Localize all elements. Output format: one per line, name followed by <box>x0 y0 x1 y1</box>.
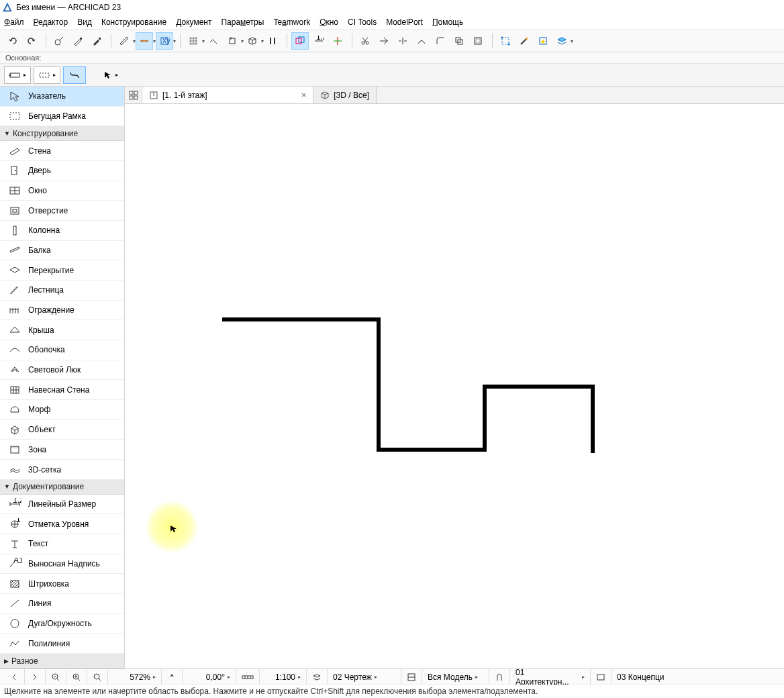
pick-button[interactable] <box>50 32 68 50</box>
nav-back-button[interactable] <box>4 669 25 685</box>
dim-icon[interactable]: 1.2 <box>310 32 328 50</box>
tool-Лестница[interactable]: Лестница <box>0 281 124 301</box>
menu-ci tools[interactable]: CI Tools <box>348 17 377 27</box>
tool-3D-сетка[interactable]: 3D-сетка <box>0 460 124 480</box>
pen-set-icon[interactable] <box>489 669 510 685</box>
adjust-button[interactable] <box>413 32 430 50</box>
tab-close-icon[interactable]: × <box>301 90 307 100</box>
section-Конструирование[interactable]: ▼Конструирование <box>0 126 124 141</box>
intersect-button[interactable] <box>450 32 468 50</box>
offset-button[interactable] <box>469 32 487 50</box>
zoom-fit-button[interactable] <box>87 669 108 685</box>
crop-button[interactable] <box>497 32 514 50</box>
tool-Крыша[interactable]: Крыша <box>0 320 124 340</box>
menu-окно[interactable]: Окно <box>320 17 338 27</box>
tool-Полилиния[interactable]: Полилиния <box>0 634 124 654</box>
tool-Навесная Стена[interactable]: Навесная Стена <box>0 380 124 400</box>
arrow-tool-indicator[interactable]: ▸ <box>99 66 122 84</box>
tool-Объект[interactable]: Объект <box>0 420 124 440</box>
trace-button[interactable] <box>291 32 309 50</box>
undo-button[interactable] <box>4 32 21 50</box>
menu-teamwork[interactable]: Teamwork <box>273 17 310 27</box>
tool-Перекрытие[interactable]: Перекрытие <box>0 260 124 281</box>
mvo-value[interactable]: 03 Концепци <box>611 669 669 685</box>
dropdown-icon[interactable]: ▾ <box>571 38 573 44</box>
tool-Балка[interactable]: Балка <box>0 241 124 261</box>
nav-fwd-button[interactable] <box>25 669 46 685</box>
model-icon[interactable] <box>401 669 422 685</box>
cut-button[interactable] <box>356 32 374 50</box>
tool-Линия[interactable]: Линия <box>0 594 124 614</box>
angle-value[interactable]: 0,00°▸ <box>183 669 236 685</box>
section-Разное[interactable]: ▶Разное <box>0 654 124 668</box>
zoom-out-button[interactable] <box>46 669 66 685</box>
snap-xy-button[interactable]: xy <box>156 32 173 50</box>
layer-combo[interactable]: 02 Чертеж▸ <box>328 669 401 685</box>
tool-Окно[interactable]: Окно <box>0 181 124 201</box>
fillet-button[interactable] <box>432 32 449 50</box>
zoom-value[interactable]: 572%▸ <box>108 669 162 685</box>
redo-button[interactable] <box>23 32 40 50</box>
ruler-button[interactable] <box>115 32 133 50</box>
tool-Текст[interactable]: Текст <box>0 534 124 554</box>
menu-файл[interactable]: Файл <box>4 17 24 27</box>
tool-Зона[interactable]: Зона <box>0 440 124 460</box>
wand-button[interactable] <box>516 32 533 50</box>
tool-Бегущая Рамка[interactable]: Бегущая Рамка <box>0 107 124 127</box>
tool-Отверстие[interactable]: Отверстие <box>0 201 124 221</box>
menu-документ[interactable]: Документ <box>176 17 211 27</box>
orientation-button[interactable] <box>162 669 183 685</box>
svg-line-54 <box>11 600 19 607</box>
tool-Штриховка[interactable]: Штриховка <box>0 574 124 594</box>
tab-floorplan[interactable]: [1. 1-й этаж] × <box>142 87 313 103</box>
dropdown-icon[interactable]: ▾ <box>173 38 176 44</box>
trim-button[interactable] <box>375 32 393 50</box>
tab-grid-icon[interactable] <box>125 87 142 103</box>
menu-параметры[interactable]: Параметры <box>221 17 264 27</box>
drawing-canvas[interactable] <box>125 104 784 668</box>
tool-Выносная Надпись[interactable]: A1Выносная Надпись <box>0 554 124 575</box>
geom-method-2[interactable]: ▸ <box>34 66 60 84</box>
layers-status-icon[interactable] <box>307 669 328 685</box>
favorite-button[interactable] <box>534 32 552 50</box>
zoom-in-button[interactable] <box>66 669 87 685</box>
eyedropper-button[interactable] <box>69 32 87 50</box>
guideline-button[interactable] <box>136 32 153 50</box>
menu-помощь[interactable]: Помощь <box>432 17 463 27</box>
tool-Морф[interactable]: Морф <box>0 400 124 420</box>
cube-button[interactable] <box>244 32 261 50</box>
tool-icon <box>7 164 23 177</box>
pen-set[interactable]: 01 Архитектурн...▸ <box>510 669 591 685</box>
gravity-button[interactable] <box>224 32 241 50</box>
menu-редактор[interactable]: Редактор <box>34 17 68 27</box>
tool-Линейный Размер[interactable]: 1.2Линейный Размер <box>0 495 124 515</box>
tab-3d[interactable]: [3D / Все] <box>313 87 377 103</box>
tool-Дуга/Окружность[interactable]: Дуга/Окружность <box>0 614 124 634</box>
model-filter[interactable]: Вся Модель▸ <box>422 669 489 685</box>
section-Документирование[interactable]: ▼Документирование <box>0 480 124 495</box>
menu-вид[interactable]: Вид <box>77 17 92 27</box>
tool-Указатель[interactable]: Указатель <box>0 87 124 107</box>
scale-icon[interactable] <box>236 669 260 685</box>
tool-Дверь[interactable]: Дверь <box>0 161 124 181</box>
snap-toggle-button[interactable] <box>205 32 222 50</box>
tool-Отметка Уровня[interactable]: 1.2Отметка Уровня <box>0 514 124 534</box>
layers-button[interactable] <box>553 32 571 50</box>
tool-Ограждение[interactable]: Ограждение <box>0 301 124 321</box>
mvo-icon[interactable] <box>591 669 611 685</box>
tool-Оболочка[interactable]: Оболочка <box>0 340 124 360</box>
axis-cross-button[interactable] <box>329 32 346 50</box>
menu-конструирование[interactable]: Конструирование <box>101 17 166 27</box>
geom-method-3[interactable] <box>63 66 86 84</box>
menu-modelport[interactable]: ModelPort <box>386 17 423 27</box>
tool-Световой Люк[interactable]: Световой Люк <box>0 360 124 381</box>
suspend-button[interactable] <box>264 32 281 50</box>
grid-button[interactable] <box>185 32 202 50</box>
tool-Колонна[interactable]: Колонна <box>0 221 124 241</box>
scale-value[interactable]: 1:100▸ <box>260 669 307 685</box>
inject-button[interactable] <box>88 32 105 50</box>
tool-Стена[interactable]: Стена <box>0 141 124 161</box>
split-button[interactable] <box>394 32 411 50</box>
section-label: Документирование <box>13 482 84 491</box>
geom-method-1[interactable]: ▸ <box>4 66 31 84</box>
